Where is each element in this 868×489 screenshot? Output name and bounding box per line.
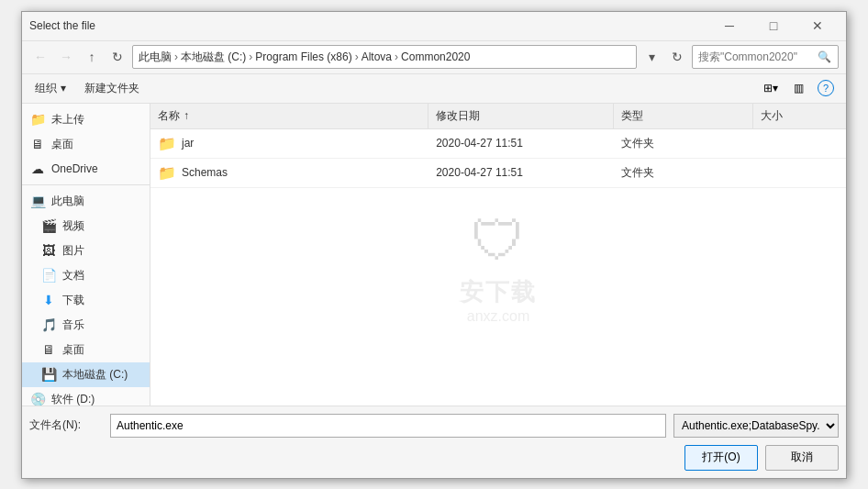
pane-icon: ▥ xyxy=(794,82,804,94)
cloud-icon: ☁ xyxy=(29,161,46,176)
sidebar-item-未上传[interactable]: 📁 未上传 xyxy=(22,107,150,132)
forward-button[interactable]: → xyxy=(55,46,77,68)
view-pane-button[interactable]: ▥ xyxy=(785,77,811,99)
col-header-size[interactable]: 大小 xyxy=(753,104,846,128)
watermark-shield-icon: 🛡 xyxy=(460,209,537,272)
desktop-icon: 🖥 xyxy=(29,137,46,151)
watermark-text-sub: anxz.com xyxy=(460,308,537,325)
sidebar-item-localc[interactable]: 💾 本地磁盘 (C:) xyxy=(22,362,150,387)
col-size-label: 大小 xyxy=(761,108,783,124)
sidebar-item-doc[interactable]: 📄 文档 xyxy=(22,263,150,288)
search-input[interactable] xyxy=(698,50,818,63)
video-icon: 🎬 xyxy=(40,218,57,233)
cell-modified: 2020-04-27 11:51 xyxy=(428,129,614,158)
refresh-button[interactable]: ↻ xyxy=(106,46,128,68)
sidebar-item-label: OneDrive xyxy=(51,162,98,175)
sidebar-item-label: 桌面 xyxy=(51,137,73,152)
folder-file-icon: 📁 xyxy=(158,135,176,152)
breadcrumb[interactable]: 此电脑 › 本地磁盘 (C:) › Program Files (x86) › … xyxy=(132,45,637,69)
new-folder-button[interactable]: 新建文件夹 xyxy=(79,78,145,99)
sidebar-item-label: 文档 xyxy=(62,268,84,283)
sidebar-item-download[interactable]: ⬇ 下载 xyxy=(22,288,150,313)
sidebar-item-music[interactable]: 🎵 音乐 xyxy=(22,313,150,338)
sidebar: 📁 未上传 🖥 桌面 ☁ OneDrive 💻 此电脑 🎬 视频 🖼 xyxy=(22,104,150,406)
col-name-label: 名称 xyxy=(158,108,180,124)
cell-name: 📁 jar xyxy=(150,129,428,158)
view-buttons: ⊞ ▾ ▥ ? xyxy=(758,77,839,99)
cell-modified: 2020-04-27 11:51 xyxy=(428,159,614,187)
organize-button[interactable]: 组织 ▾ xyxy=(29,78,72,99)
sidebar-divider xyxy=(22,184,150,185)
sidebar-item-video[interactable]: 🎬 视频 xyxy=(22,214,150,239)
dialog-title: Select the file xyxy=(29,19,95,32)
maximize-button[interactable]: □ xyxy=(752,16,795,36)
organize-arrow-icon: ▾ xyxy=(61,82,66,94)
col-type-label: 类型 xyxy=(621,108,643,124)
file-list: 名称 ↑ 修改日期 类型 大小 🛡 安下载 anxz.com xyxy=(150,104,846,406)
cell-type: 文件夹 xyxy=(614,159,753,187)
sidebar-item-desktop2[interactable]: 🖥 桌面 xyxy=(22,338,150,362)
breadcrumb-pc: 此电脑 xyxy=(139,50,172,65)
filetype-select[interactable]: Authentic.exe;DatabaseSpy.e xyxy=(673,414,839,438)
sidebar-item-label: 下载 xyxy=(62,293,84,308)
col-header-name[interactable]: 名称 ↑ xyxy=(150,104,428,128)
open-button[interactable]: 打开(O) xyxy=(684,445,758,471)
table-row[interactable]: 📁 Schemas 2020-04-27 11:51 文件夹 xyxy=(150,159,846,188)
title-bar: Select the file ─ □ ✕ xyxy=(22,12,846,41)
sidebar-item-label: 本地磁盘 (C:) xyxy=(62,367,128,383)
filename-input[interactable] xyxy=(110,414,666,438)
sidebar-item-label: 未上传 xyxy=(51,112,84,128)
dropdown-button[interactable]: ▾ xyxy=(640,46,662,68)
sidebar-item-picture[interactable]: 🖼 图片 xyxy=(22,239,150,263)
folder-file-icon: 📁 xyxy=(158,164,176,182)
file-list-header: 名称 ↑ 修改日期 类型 大小 xyxy=(150,104,846,129)
filename-label: 文件名(N): xyxy=(29,417,103,433)
file-list-body: 🛡 安下载 anxz.com 📁 jar 2020-04-27 11:51 文件… xyxy=(150,129,846,406)
cell-type: 文件夹 xyxy=(614,129,753,158)
drive-c-icon: 💾 xyxy=(40,367,57,382)
breadcrumb-common2020: Common2020 xyxy=(401,50,470,63)
view-grid-button[interactable]: ⊞ ▾ xyxy=(758,77,784,99)
watermark-text-main: 安下载 xyxy=(460,276,537,308)
back-button[interactable]: ← xyxy=(29,46,51,68)
action-row: 打开(O) 取消 xyxy=(29,445,839,471)
close-button[interactable]: ✕ xyxy=(796,16,839,36)
col-header-type[interactable]: 类型 xyxy=(614,104,753,128)
minimize-button[interactable]: ─ xyxy=(708,16,751,36)
bottom-bar: 文件名(N): Authentic.exe;DatabaseSpy.e 打开(O… xyxy=(22,406,846,478)
sidebar-item-onedrive[interactable]: ☁ OneDrive xyxy=(22,157,150,181)
refresh2-button[interactable]: ↻ xyxy=(666,46,688,68)
file-dialog: Select the file ─ □ ✕ ← → ↑ ↻ 此电脑 › 本地磁盘… xyxy=(21,11,847,479)
cell-name: 📁 Schemas xyxy=(150,159,428,187)
computer-icon: 💻 xyxy=(29,194,46,208)
folder-icon: 📁 xyxy=(29,112,46,127)
watermark: 🛡 安下载 anxz.com xyxy=(460,209,537,325)
view-grid-icon: ⊞ xyxy=(763,82,773,94)
cancel-button[interactable]: 取消 xyxy=(765,445,839,471)
sidebar-item-label: 图片 xyxy=(62,243,84,259)
picture-icon: 🖼 xyxy=(40,243,57,258)
sort-asc-icon: ↑ xyxy=(184,109,189,122)
breadcrumb-altova: Altova xyxy=(362,50,392,63)
search-box[interactable]: 🔍 xyxy=(692,45,839,69)
col-modified-label: 修改日期 xyxy=(436,108,480,124)
music-icon: 🎵 xyxy=(40,317,57,332)
sidebar-item-label: 此电脑 xyxy=(51,194,84,209)
sidebar-item-桌面[interactable]: 🖥 桌面 xyxy=(22,132,150,157)
nav-bar: ← → ↑ ↻ 此电脑 › 本地磁盘 (C:) › Program Files … xyxy=(22,41,846,74)
file-name: jar xyxy=(182,137,194,150)
breadcrumb-programfiles: Program Files (x86) xyxy=(255,50,351,63)
file-name: Schemas xyxy=(182,166,228,179)
breadcrumb-c: 本地磁盘 (C:) xyxy=(181,50,246,65)
help-button[interactable]: ? xyxy=(813,77,839,99)
doc-icon: 📄 xyxy=(40,268,57,283)
sidebar-item-label: 桌面 xyxy=(62,342,84,358)
up-button[interactable]: ↑ xyxy=(81,46,103,68)
title-controls: ─ □ ✕ xyxy=(708,16,839,36)
sidebar-item-softd[interactable]: 💿 软件 (D:) xyxy=(22,387,150,406)
sidebar-item-label: 软件 (D:) xyxy=(51,392,95,406)
table-row[interactable]: 📁 jar 2020-04-27 11:51 文件夹 xyxy=(150,129,846,159)
main-content: 📁 未上传 🖥 桌面 ☁ OneDrive 💻 此电脑 🎬 视频 🖼 xyxy=(22,104,846,406)
sidebar-item-thispc[interactable]: 💻 此电脑 xyxy=(22,189,150,214)
col-header-modified[interactable]: 修改日期 xyxy=(428,104,614,128)
